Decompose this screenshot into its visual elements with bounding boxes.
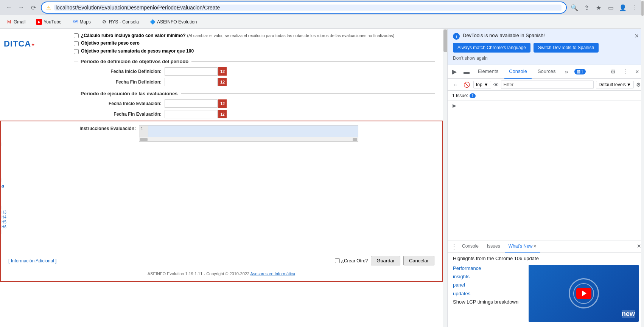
tabstrip-icon[interactable]: ▭ [605, 2, 616, 13]
console-settings-button[interactable]: ⚙ [636, 82, 641, 88]
line-number: 1 [141, 126, 143, 131]
default-levels-selector[interactable]: Default levels ▼ [596, 81, 634, 88]
info-link[interactable]: [ Información Adicional ] [8, 258, 56, 263]
menu-icon[interactable]: ⋮ [630, 2, 640, 13]
console-toolbar: ○ 🚫 top ▼ 👁 Default levels ▼ ⚙ [448, 79, 644, 91]
banner-close-button[interactable]: × [635, 33, 639, 39]
console-clear-button[interactable]: ○ [451, 80, 460, 89]
bookmark-gmail[interactable]: M Gmail [4, 18, 28, 26]
crear-otro-checkbox[interactable] [335, 258, 340, 263]
devtools-device-button[interactable]: ▬ [461, 67, 472, 77]
checkbox-peso-cero[interactable] [74, 41, 79, 46]
eye-button[interactable]: 👁 [493, 82, 499, 88]
logo-text: DITCA✦ [4, 39, 35, 49]
textarea-content: 1 [139, 126, 358, 137]
checkbox-row-2: Objetivo permite peso cero [74, 40, 435, 46]
wn-link-panel[interactable]: panel [453, 282, 525, 288]
bookmark-youtube[interactable]: ▶ YouTube [34, 18, 64, 26]
bookmark-aseinfo[interactable]: 🔷 ASEINFO Evolution [147, 18, 199, 26]
chrome-update-title: Highlights from the Chrome 106 update [453, 256, 639, 261]
bottom-tab-whats-new[interactable]: What's New × [505, 240, 540, 253]
calendar-icon-1[interactable]: 12 [218, 67, 227, 76]
line-number-area: 1 [139, 126, 148, 137]
checkbox-sumatoria[interactable] [74, 49, 79, 54]
textarea-area[interactable] [148, 126, 358, 137]
devtools-settings-button[interactable]: ⚙ [608, 67, 618, 77]
refresh-button[interactable]: ⟳ [28, 2, 39, 13]
guardar-button[interactable]: Guardar [371, 256, 400, 265]
tab-more[interactable]: » [562, 67, 571, 77]
outline-a[interactable]: a [2, 183, 6, 189]
input-fin-definicion[interactable] [165, 78, 218, 86]
dont-show-button[interactable]: Don't show again [453, 56, 639, 61]
back-button[interactable]: ← [4, 2, 14, 13]
tab-console[interactable]: Console [504, 65, 532, 79]
checkbox-calculo[interactable] [74, 33, 79, 38]
input-fin-evaluacion[interactable] [165, 110, 218, 118]
tab-elements[interactable]: Elements [473, 65, 503, 79]
section-2-title: Período de ejecución de las evaluaciones [81, 91, 181, 96]
bookmark-aseinfo-label: ASEINFO Evolution [157, 19, 197, 25]
match-lang-button[interactable]: Always match Chrome's language [453, 43, 530, 53]
input-inicio-evaluacion[interactable] [165, 99, 218, 108]
horizontal-scrollbar[interactable] [139, 137, 358, 141]
info-icon: i [453, 33, 460, 40]
thumbnail-area[interactable]: new [529, 265, 639, 322]
thumbnail-circle [569, 278, 599, 308]
profile-icon[interactable]: 👤 [618, 2, 628, 13]
outline-h6[interactable]: H6 [2, 225, 6, 229]
filter-input[interactable] [501, 81, 594, 89]
devtools-scroll-thumb[interactable] [641, 1, 644, 16]
calendar-icon-2[interactable]: 12 [218, 78, 227, 86]
field-inicio-evaluacion: Fecha Inicio Evaluación: 12 [74, 99, 435, 108]
devtools-scrollbar[interactable] [641, 0, 644, 327]
wn-link-performance[interactable]: Performance [453, 265, 525, 272]
page-scroll-thumb[interactable] [443, 29, 447, 52]
outline-h3[interactable]: H3 [2, 210, 6, 214]
bottom-tab-console[interactable]: Console [458, 240, 482, 253]
expand-arrow-icon[interactable]: ► [451, 102, 457, 109]
forward-button[interactable]: → [16, 2, 26, 13]
cancelar-button[interactable]: Cancelar [403, 256, 434, 265]
console-filter-button[interactable]: 🚫 [462, 80, 471, 89]
bookmark-maps[interactable]: 🗺 Maps [70, 18, 93, 26]
top-selector[interactable]: top ▼ [473, 81, 491, 88]
play-button[interactable] [576, 288, 591, 299]
devtools-banner: i DevTools is now available in Spanish! … [448, 29, 644, 65]
tab-sources[interactable]: Sources [533, 65, 560, 79]
devtools-more-button[interactable]: ⋮ [620, 67, 630, 77]
bottom-panel-close-button[interactable]: × [637, 242, 641, 250]
outline-marker-1: | [2, 142, 6, 146]
outline-h4[interactable]: H4 [2, 215, 6, 219]
checkbox-peso-cero-label: Objetivo permite peso cero [81, 40, 140, 46]
wn-link-insights[interactable]: insights [453, 273, 525, 280]
bookmarks-bar: M Gmail ▶ YouTube 🗺 Maps ⚙ RYS - Consola… [0, 15, 644, 29]
share-icon[interactable]: ⇪ [581, 2, 592, 13]
lock-icon: ⚠ [46, 5, 51, 11]
search-icon[interactable]: 🔍 [569, 2, 580, 13]
field-fin-definicion-label: Fecha Fin Definicion: [96, 79, 165, 85]
bookmark-maps-label: Maps [80, 19, 91, 25]
console-expand-area: ► [448, 101, 644, 111]
switch-devtools-button[interactable]: Switch DevTools to Spanish [534, 43, 599, 53]
calendar-icon-4[interactable]: 12 [218, 110, 227, 118]
address-bar[interactable]: ⚠ localhost/Evolution/EvaluacionDesempen… [41, 2, 567, 14]
bottom-tab-issues[interactable]: Issues [483, 240, 504, 253]
address-text[interactable]: localhost/Evolution/EvaluacionDesempenio… [54, 5, 562, 11]
input-inicio-definicion[interactable] [165, 67, 218, 76]
field-inicio-definicion-label: Fecha Inicio Definicion: [96, 69, 165, 74]
section-2-line [181, 93, 436, 94]
scrollbar-end-thumb [353, 138, 357, 141]
bookmark-rys[interactable]: ⚙ RYS - Consola [99, 18, 141, 26]
wn-link-updates[interactable]: updates [453, 290, 525, 297]
page-scrollbar[interactable] [443, 29, 447, 327]
footer-link[interactable]: Asesores en Informática [250, 271, 296, 276]
bookmark-icon[interactable]: ★ [593, 2, 604, 13]
instructions-label: Instrucciones Evaluación: [78, 126, 139, 131]
panel-options-button[interactable]: ⋮ [451, 242, 457, 251]
outline-h5[interactable]: H5 [2, 220, 6, 224]
devtools-inspect-button[interactable]: ▶ [449, 67, 460, 77]
whats-new-tab-close[interactable]: × [533, 243, 536, 249]
calendar-icon-3[interactable]: 12 [218, 99, 227, 108]
outline-marker-4: | [2, 230, 6, 234]
